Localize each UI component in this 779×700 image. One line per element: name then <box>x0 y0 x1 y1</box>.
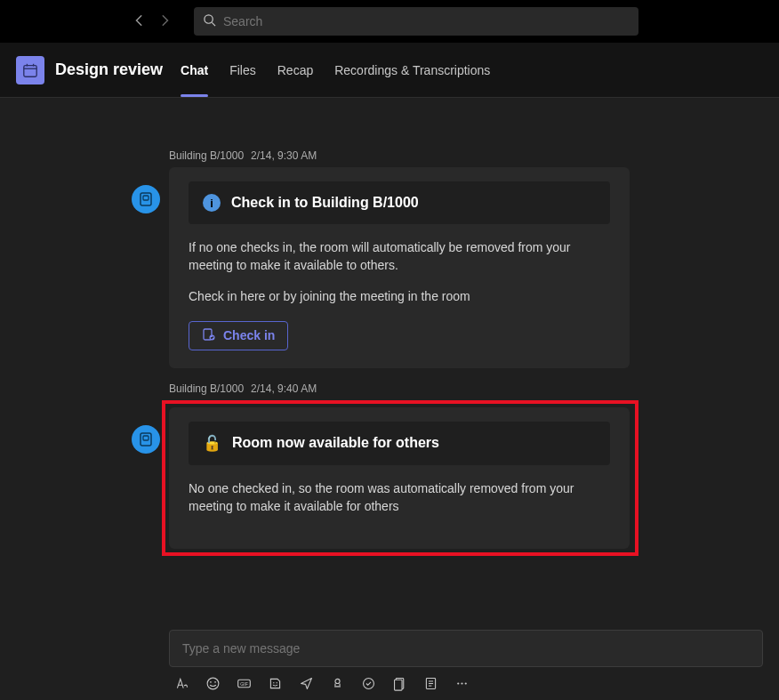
tab-recordings[interactable]: Recordings & Transcriptions <box>334 43 490 97</box>
meeting-title: Design review <box>55 60 163 79</box>
svg-rect-6 <box>141 193 151 205</box>
svg-point-27 <box>457 682 459 684</box>
loop-icon[interactable] <box>423 676 438 691</box>
gif-icon[interactable]: GIF <box>237 676 252 691</box>
search-input[interactable] <box>223 14 630 28</box>
sender-name: Building B/1000 <box>169 149 244 162</box>
tab-files[interactable]: Files <box>229 43 256 97</box>
search-box[interactable] <box>194 7 638 36</box>
send-icon[interactable] <box>299 676 314 691</box>
history-nav <box>133 14 171 29</box>
checkin-icon <box>202 327 216 344</box>
svg-point-0 <box>205 15 213 23</box>
meeting-icon <box>16 56 44 84</box>
svg-point-20 <box>364 679 374 689</box>
card-body: If no one checks in, the room will autom… <box>189 238 610 350</box>
card-title: Room now available for others <box>232 435 439 451</box>
svg-point-18 <box>277 682 277 683</box>
avatar <box>132 185 160 213</box>
card-room-released: 🔓 Room now available for others No one c… <box>169 407 630 550</box>
highlight-box: 🔓 Room now available for others No one c… <box>162 400 638 557</box>
tabs: Chat Files Recap Recordings & Transcript… <box>181 43 490 97</box>
stream-icon[interactable] <box>330 676 345 691</box>
svg-line-1 <box>212 22 215 26</box>
checkin-button[interactable]: Check in <box>189 321 288 350</box>
attach-icon[interactable] <box>392 676 407 691</box>
card-header: 🔓 Room now available for others <box>189 422 610 465</box>
card-text: If no one checks in, the room will autom… <box>189 238 610 275</box>
emoji-icon[interactable] <box>205 676 221 691</box>
card-text: No one checked in, so the room was autom… <box>189 479 610 516</box>
back-button[interactable] <box>133 14 146 29</box>
compose-toolbar: GIF <box>169 676 763 691</box>
svg-point-14 <box>214 681 216 683</box>
top-bar <box>0 0 779 43</box>
svg-point-13 <box>210 681 212 683</box>
button-label: Check in <box>223 328 275 342</box>
svg-rect-10 <box>141 433 151 446</box>
svg-point-19 <box>335 679 340 683</box>
message: Building B/1000 2/14, 9:30 AM i Check in… <box>169 149 779 368</box>
svg-point-28 <box>461 682 462 684</box>
timestamp: 2/14, 9:30 AM <box>251 149 317 162</box>
forward-button[interactable] <box>158 14 171 29</box>
svg-text:GIF: GIF <box>240 681 248 687</box>
timestamp: 2/14, 9:40 AM <box>251 382 317 395</box>
compose-area: GIF <box>169 630 763 691</box>
svg-point-29 <box>465 682 467 684</box>
svg-point-17 <box>273 682 274 683</box>
chat-area: Building B/1000 2/14, 9:30 AM i Check in… <box>0 98 779 556</box>
message: Building B/1000 2/14, 9:40 AM 🔓 Room now… <box>169 382 779 557</box>
chat-header: Design review Chat Files Recap Recording… <box>0 43 779 98</box>
card-header: i Check in to Building B/1000 <box>189 181 610 224</box>
svg-rect-11 <box>143 436 149 440</box>
approvals-icon[interactable] <box>361 676 376 691</box>
svg-rect-2 <box>24 65 36 76</box>
format-icon[interactable] <box>174 676 189 691</box>
more-icon[interactable] <box>454 676 470 691</box>
svg-rect-22 <box>395 680 403 690</box>
compose-input[interactable] <box>169 630 763 667</box>
tab-chat[interactable]: Chat <box>181 43 208 97</box>
svg-rect-7 <box>143 196 149 200</box>
search-icon <box>203 13 216 29</box>
info-icon: i <box>203 194 221 212</box>
card-body: No one checked in, so the room was autom… <box>189 479 610 516</box>
svg-point-12 <box>207 678 219 689</box>
avatar <box>132 425 160 454</box>
card-checkin: i Check in to Building B/1000 If no one … <box>169 167 630 368</box>
unlock-icon: 🔓 <box>203 434 221 453</box>
tab-recap[interactable]: Recap <box>277 43 313 97</box>
card-title: Check in to Building B/1000 <box>231 195 419 211</box>
sticker-icon[interactable] <box>268 676 283 691</box>
card-text: Check in here or by joining the meeting … <box>189 287 610 305</box>
sender-name: Building B/1000 <box>169 382 244 395</box>
